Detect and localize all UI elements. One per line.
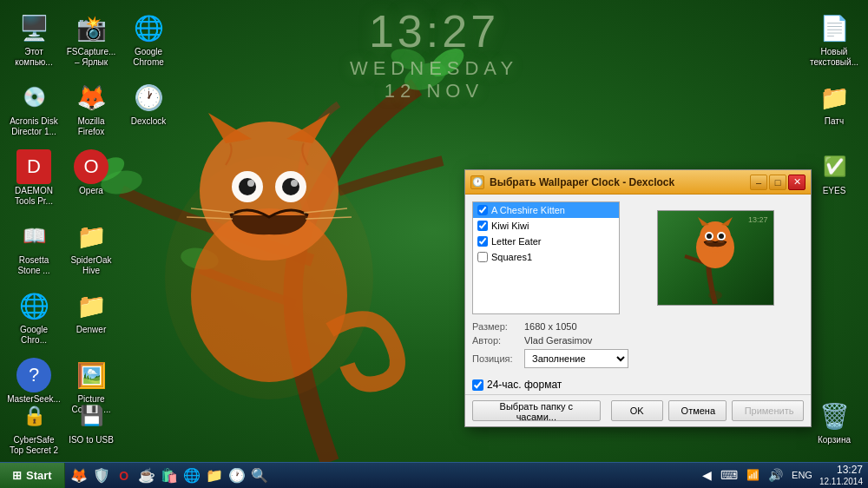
cancel-button[interactable]: Отмена bbox=[668, 400, 727, 421]
svg-point-11 bbox=[232, 171, 263, 202]
systray-network[interactable]: 📶 bbox=[745, 469, 761, 481]
taskbar-app-firefox[interactable]: 🦊 bbox=[69, 465, 89, 486]
clock-widget: 13:27 Wednesday 12 Nov bbox=[350, 9, 518, 102]
taskbar-date: 12.11.2014 bbox=[819, 477, 863, 487]
dialog-close-button[interactable]: ✕ bbox=[788, 175, 806, 190]
wallpaper-clock-dialog: 🕐 Выбрать Wallpaper Clock - Dexclock – □… bbox=[464, 169, 812, 427]
wallpaper-item-kiwi[interactable]: Kiwi Kiwi bbox=[473, 218, 619, 234]
wallpaper-item-letter-eater[interactable]: Letter Eater bbox=[473, 234, 619, 249]
taskbar-clock[interactable]: 13:27 12.11.2014 bbox=[819, 464, 863, 486]
svg-point-5 bbox=[179, 245, 220, 272]
svg-point-22 bbox=[700, 221, 731, 253]
desktop-icon-rosetta[interactable]: 📖 RosettaStone ... bbox=[3, 215, 64, 280]
author-row: Автор: Vlad Gerasimov bbox=[472, 335, 804, 346]
dialog-info: Размер: 1680 x 1050 Автор: Vlad Gerasimo… bbox=[465, 321, 811, 375]
desktop-icon-dexclock[interactable]: 🕐 Dexclock bbox=[118, 76, 179, 130]
taskbar-apps: 🦊 🛡️ O ☕ 🛍️ 🌐 📁 🕐 🔍 bbox=[65, 463, 273, 489]
desktop: 13:27 Wednesday 12 Nov 🖥️ Этоткомпью... … bbox=[0, 0, 868, 462]
desktop-icon-this-computer[interactable]: 🖥️ Этоткомпью... bbox=[3, 7, 64, 71]
svg-point-2 bbox=[389, 45, 427, 73]
start-button[interactable]: ⊞ Start bbox=[0, 463, 65, 489]
svg-point-12 bbox=[275, 171, 306, 202]
svg-marker-24 bbox=[721, 217, 733, 226]
svg-point-27 bbox=[707, 234, 712, 239]
desktop-icon-cybersafe[interactable]: 🔒 CyberSafeTop Secret 2 bbox=[3, 395, 64, 459]
svg-line-17 bbox=[191, 208, 234, 213]
size-row: Размер: 1680 x 1050 bbox=[472, 321, 804, 332]
clock-date: 12 Nov bbox=[350, 80, 518, 102]
dialog-titlebar: 🕐 Выбрать Wallpaper Clock - Dexclock – □… bbox=[465, 170, 811, 195]
taskbar-right: ◀ ⌨ 📶 🔊 ENG 13:27 12.11.2014 bbox=[700, 464, 868, 486]
systray-arrow[interactable]: ◀ bbox=[700, 468, 713, 482]
systray-volume[interactable]: 🔊 bbox=[766, 468, 785, 482]
desktop-icon-spideroak[interactable]: 📁 SpiderOakHive bbox=[61, 215, 122, 280]
systray-lang[interactable]: ENG bbox=[790, 470, 814, 480]
desktop-icon-acronis[interactable]: 💿 Acronis DiskDirector 1... bbox=[3, 76, 64, 141]
desktop-icon-chrome[interactable]: 🌐 GoogleChrome bbox=[118, 7, 179, 71]
dialog-title: Выбрать Wallpaper Clock - Dexclock bbox=[490, 176, 748, 188]
svg-point-0 bbox=[401, 57, 450, 95]
desktop-icon-fscapture[interactable]: 📸 FSCapture...– Ярлык bbox=[61, 7, 122, 71]
svg-point-14 bbox=[282, 178, 299, 195]
wallpaper-checkbox-letter-eater[interactable] bbox=[477, 236, 488, 247]
clock-time: 13:27 bbox=[350, 9, 518, 54]
svg-point-28 bbox=[719, 234, 724, 239]
desktop-icon-opera[interactable]: O Opera bbox=[61, 146, 122, 200]
desktop-icon-iso-to-usb[interactable]: 💾 ISO to USB bbox=[61, 395, 122, 449]
svg-marker-23 bbox=[698, 217, 709, 226]
svg-line-18 bbox=[187, 217, 233, 219]
desktop-icon-eyes[interactable]: ✅ EYES bbox=[804, 146, 865, 200]
position-dropdown[interactable]: Заполнение Растянуть По центру Мозаика bbox=[524, 349, 628, 368]
svg-marker-10 bbox=[286, 113, 330, 143]
svg-line-20 bbox=[306, 217, 352, 219]
clock-day: Wednesday bbox=[350, 57, 518, 80]
wallpaper-checkbox-squares1[interactable] bbox=[477, 252, 488, 262]
svg-line-19 bbox=[304, 208, 347, 213]
taskbar-app-search[interactable]: 🔍 bbox=[249, 465, 270, 486]
start-label: Start bbox=[26, 469, 52, 482]
ok-button[interactable]: OK bbox=[611, 400, 663, 421]
dialog-minimize-button[interactable]: – bbox=[750, 175, 767, 190]
taskbar-app-store[interactable]: 🛍️ bbox=[159, 465, 180, 486]
position-row: Позиция: Заполнение Растянуть По центру … bbox=[472, 349, 804, 368]
svg-point-29 bbox=[708, 291, 722, 300]
dialog-icon: 🕐 bbox=[470, 175, 484, 189]
wallpaper-list[interactable]: A Cheshire Kitten Kiwi Kiwi Letter Eater… bbox=[472, 201, 620, 314]
wallpaper-preview: 13:27 bbox=[627, 201, 804, 314]
wallpaper-item-cheshire[interactable]: A Cheshire Kitten bbox=[473, 202, 619, 218]
desktop-icon-daemon[interactable]: D DAEMONTools Pr... bbox=[3, 146, 64, 210]
desktop-icon-denwer[interactable]: 📁 Denwer bbox=[61, 285, 122, 339]
taskbar-app-opera[interactable]: O bbox=[114, 465, 135, 486]
taskbar-app-java[interactable]: ☕ bbox=[136, 465, 157, 486]
svg-point-1 bbox=[425, 43, 469, 82]
format-label: 24-час. формат bbox=[487, 379, 562, 391]
systray-keyboard[interactable]: ⌨ bbox=[719, 468, 740, 482]
desktop-icon-new-text[interactable]: 📄 Новыйтекстовый... bbox=[804, 7, 865, 71]
svg-point-15 bbox=[247, 180, 254, 187]
wallpaper-checkbox-cheshire[interactable] bbox=[477, 205, 488, 215]
format-checkbox[interactable] bbox=[472, 379, 483, 391]
taskbar-app-chrome[interactable]: 🌐 bbox=[181, 465, 202, 486]
desktop-icon-patch[interactable]: 📁 Патч bbox=[804, 76, 865, 130]
dialog-restore-button[interactable]: □ bbox=[769, 175, 786, 190]
svg-marker-9 bbox=[208, 113, 252, 143]
dialog-footer: Выбрать папку с часами... OK Отмена Прим… bbox=[465, 394, 811, 426]
svg-point-6 bbox=[165, 156, 373, 399]
start-icon: ⊞ bbox=[12, 469, 22, 482]
wallpaper-item-squares1[interactable]: Squares1 bbox=[473, 249, 619, 265]
wallpaper-checkbox-kiwi[interactable] bbox=[477, 221, 488, 231]
svg-point-13 bbox=[239, 178, 256, 195]
svg-point-8 bbox=[200, 122, 339, 260]
desktop-icon-google-chrome2[interactable]: 🌐 GoogleChro... bbox=[3, 285, 64, 349]
taskbar: ⊞ Start 🦊 🛡️ O ☕ 🛍️ 🌐 📁 🕐 🔍 ◀ ⌨ 📶 🔊 ENG … bbox=[0, 462, 868, 488]
taskbar-app-shield[interactable]: 🛡️ bbox=[91, 465, 112, 486]
dialog-body: A Cheshire Kitten Kiwi Kiwi Letter Eater… bbox=[465, 195, 811, 321]
desktop-icon-recycle[interactable]: 🗑️ Корзина bbox=[804, 395, 865, 449]
desktop-icon-firefox[interactable]: 🦊 MozillaFirefox bbox=[61, 76, 122, 141]
taskbar-app-folder[interactable]: 📁 bbox=[204, 465, 225, 486]
taskbar-app-clock[interactable]: 🕐 bbox=[227, 465, 247, 486]
preview-image: 13:27 bbox=[657, 210, 774, 306]
apply-button[interactable]: Применить bbox=[732, 400, 804, 421]
folder-button[interactable]: Выбрать папку с часами... bbox=[472, 400, 601, 421]
taskbar-time: 13:27 bbox=[819, 464, 863, 476]
